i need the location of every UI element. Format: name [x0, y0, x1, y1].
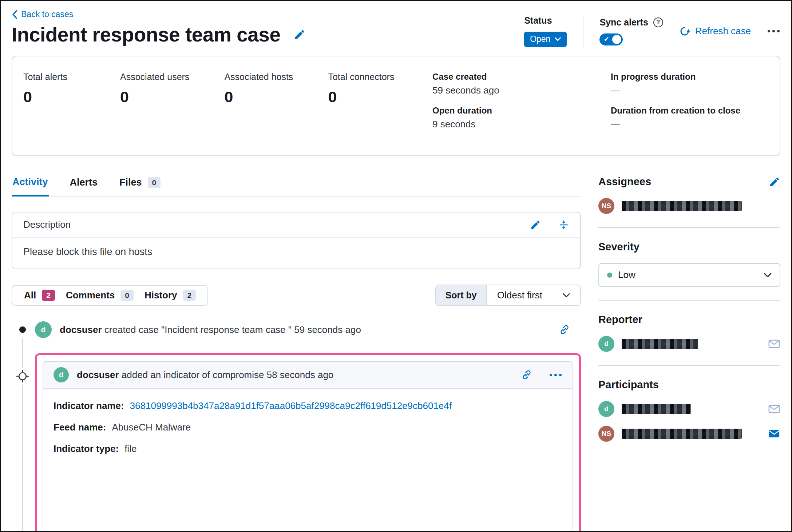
- participant-row: NS: [598, 426, 780, 442]
- header-actions: Status Open Sync alerts ? ✓: [524, 9, 780, 47]
- metric-associated-hosts: Associated hosts 0: [224, 72, 293, 106]
- back-to-cases-link[interactable]: Back to cases: [12, 9, 73, 19]
- assignees-title: Assignees: [598, 176, 651, 188]
- description-panel: Description: [12, 212, 581, 269]
- sort-order-select[interactable]: Oldest first: [487, 285, 580, 305]
- edit-assignees-pencil-icon[interactable]: [769, 176, 780, 188]
- description-text: Please block this file on hosts: [12, 238, 580, 269]
- stats-column-2: In progress duration — Duration from cre…: [611, 72, 767, 139]
- avatar: d: [598, 336, 614, 352]
- reporter-title: Reporter: [598, 314, 642, 326]
- timeline-item-indicator: d docsuser added an indicator of comprom…: [12, 353, 581, 532]
- timeline-dot-marker: [14, 321, 31, 338]
- edit-title-pencil-icon[interactable]: [293, 28, 306, 41]
- sidebar-divider: [598, 300, 780, 301]
- status-label: Status: [524, 15, 567, 26]
- email-icon[interactable]: [768, 338, 780, 350]
- filter-all[interactable]: All 2: [24, 290, 55, 301]
- refresh-case-label: Refresh case: [695, 25, 751, 37]
- email-filled-icon[interactable]: [768, 428, 780, 440]
- indicator-comment-header: d docsuser added an indicator of comprom…: [43, 362, 573, 389]
- indicator-comment-panel: d docsuser added an indicator of comprom…: [43, 361, 573, 532]
- refresh-icon: [679, 26, 690, 37]
- assignee-row: NS: [598, 198, 780, 214]
- page-header: Back to cases Incident response team cas…: [12, 9, 780, 47]
- copy-link-icon[interactable]: [559, 324, 570, 335]
- refresh-case-button[interactable]: Refresh case: [679, 25, 751, 37]
- indicator-details: Indicator name: 3681099993b4b347a28a91d1…: [43, 389, 573, 532]
- crosshair-icon: [16, 370, 29, 383]
- files-count-badge: 0: [148, 177, 161, 188]
- case-summary-card: Total alerts 0 Associated users 0 Associ…: [12, 56, 780, 156]
- participants-title: Participants: [598, 379, 659, 391]
- avatar: NS: [598, 426, 614, 442]
- status-value: Open: [530, 34, 550, 44]
- sync-alerts-toggle[interactable]: ✓: [599, 33, 623, 45]
- sort-by-label: Sort by: [436, 285, 487, 305]
- page-title: Incident response team case: [12, 23, 280, 46]
- redacted-assignee-name: [622, 201, 742, 211]
- sidebar-divider: [598, 365, 780, 366]
- back-to-cases-label: Back to cases: [21, 9, 73, 19]
- help-icon[interactable]: ?: [653, 17, 663, 27]
- avatar: d: [35, 321, 52, 338]
- indicator-name-link[interactable]: 3681099993b4b347a28a91d1f57aaa06b5af2998…: [130, 400, 452, 412]
- case-detail-page: Back to cases Incident response team cas…: [0, 0, 792, 532]
- redacted-participant-name: [622, 429, 742, 439]
- tab-activity[interactable]: Activity: [12, 175, 49, 196]
- severity-title: Severity: [598, 241, 639, 253]
- stats-column-1: Case created 59 seconds ago Open duratio…: [432, 72, 571, 139]
- sync-alerts-group: Sync alerts ? ✓: [599, 17, 663, 45]
- sort-control: Sort by Oldest first: [435, 285, 581, 306]
- highlighted-attachment-outline: d docsuser added an indicator of comprom…: [35, 353, 581, 532]
- description-title: Description: [23, 219, 71, 230]
- metric-total-alerts: Total alerts 0: [23, 72, 85, 106]
- collapse-description-icon[interactable]: [558, 219, 569, 230]
- avatar: NS: [598, 198, 614, 214]
- severity-select[interactable]: Low: [598, 263, 780, 287]
- case-actions-ellipsis-button[interactable]: [767, 26, 780, 36]
- redacted-reporter-name: [622, 339, 698, 349]
- sync-alerts-label: Sync alerts: [599, 17, 648, 28]
- activity-filter-bar: All 2 Comments 0 History 2 Sort by: [12, 285, 581, 306]
- timeline-item-created: d docsuser created case "Incident respon…: [12, 321, 581, 338]
- header-left: Back to cases Incident response team cas…: [12, 9, 524, 46]
- tab-files[interactable]: Files 0: [119, 175, 161, 196]
- indicator-added-text: docsuser added an indicator of compromis…: [77, 369, 333, 381]
- feed-name-row: Feed name: AbuseCH Malware: [54, 422, 562, 433]
- created-case-text: docsuser created case "Incident response…: [60, 324, 361, 336]
- all-count-badge: 2: [42, 290, 55, 301]
- redacted-participant-name: [622, 404, 691, 414]
- activity-filter-group: All 2 Comments 0 History 2: [12, 285, 208, 306]
- activity-timeline: d docsuser created case "Incident respon…: [12, 321, 581, 532]
- check-icon: ✓: [603, 35, 609, 43]
- chevron-down-icon: [764, 273, 772, 278]
- chevron-left-icon: [12, 10, 17, 19]
- main-column: Activity Alerts Files 0 Description: [12, 156, 581, 532]
- edit-description-pencil-icon[interactable]: [530, 219, 541, 230]
- case-duration-stats: Case created 59 seconds ago Open duratio…: [432, 72, 767, 139]
- indicator-name-row: Indicator name: 3681099993b4b347a28a91d1…: [54, 400, 562, 412]
- copy-link-icon[interactable]: [521, 369, 532, 380]
- comment-actions-ellipsis-button[interactable]: [549, 370, 562, 380]
- participant-row: d: [598, 401, 780, 417]
- chevron-down-icon: [563, 293, 570, 298]
- reporter-row: d: [598, 336, 780, 352]
- header-divider: [583, 16, 583, 47]
- filter-history[interactable]: History 2: [144, 290, 196, 301]
- sidebar-divider: [598, 227, 780, 228]
- filter-comments[interactable]: Comments 0: [66, 290, 134, 301]
- email-icon[interactable]: [768, 403, 780, 415]
- indicator-type-row: Indicator type: file: [54, 443, 562, 454]
- comments-count-badge: 0: [120, 290, 134, 301]
- severity-low-dot: [607, 273, 612, 278]
- avatar: d: [598, 401, 614, 417]
- tab-alerts[interactable]: Alerts: [69, 175, 99, 196]
- history-count-badge: 2: [183, 290, 196, 301]
- status-dropdown-button[interactable]: Open: [524, 32, 567, 47]
- avatar: d: [54, 367, 69, 382]
- metric-associated-users: Associated users 0: [120, 72, 189, 106]
- tab-bar: Activity Alerts Files 0: [12, 175, 581, 196]
- metric-total-connectors: Total connectors 0: [328, 72, 394, 106]
- case-sidebar: Assignees NS Severity Low: [598, 156, 780, 442]
